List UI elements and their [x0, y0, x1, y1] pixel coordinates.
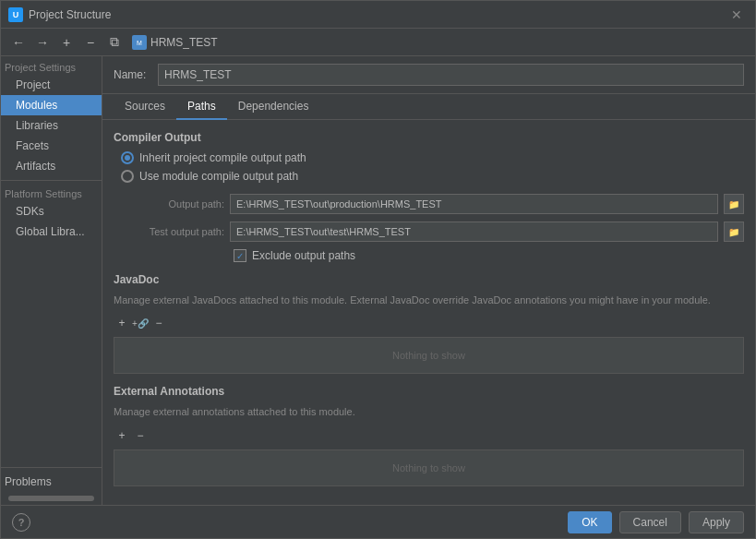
- footer-left: ?: [12, 513, 560, 532]
- tab-paths[interactable]: Paths: [176, 94, 227, 120]
- sidebar-scrollbar[interactable]: [8, 496, 94, 501]
- test-output-path-row: Test output path: 📁: [114, 222, 744, 242]
- ok-button[interactable]: OK: [568, 511, 611, 533]
- external-annotations-empty-panel: Nothing to show: [114, 449, 744, 486]
- apply-button[interactable]: Apply: [689, 511, 744, 533]
- sidebar-item-facets[interactable]: Facets: [1, 136, 102, 156]
- project-settings-section-label: Project Settings: [1, 58, 102, 75]
- app-icon: U: [8, 7, 23, 22]
- help-button[interactable]: ?: [12, 513, 30, 532]
- remove-button[interactable]: −: [80, 32, 101, 53]
- javadoc-title: JavaDoc: [114, 273, 744, 286]
- copy-button[interactable]: ⧉: [104, 32, 125, 53]
- sidebar-divider-2: [1, 467, 102, 468]
- javadoc-add-button[interactable]: +: [114, 315, 130, 331]
- javadoc-add-url-button[interactable]: +🔗: [132, 315, 149, 331]
- javadoc-remove-button[interactable]: −: [150, 315, 167, 331]
- ext-annotations-remove-button[interactable]: −: [132, 427, 149, 444]
- javadoc-empty-panel: Nothing to show: [114, 337, 744, 374]
- radio-inherit-circle[interactable]: [121, 151, 134, 164]
- toolbar: ← → + − ⧉ M HRMS_TEST: [1, 29, 755, 56]
- platform-settings-section-label: Platform Settings: [1, 185, 102, 201]
- footer: ? OK Cancel Apply: [1, 505, 755, 538]
- exclude-checkbox-row[interactable]: ✓ Exclude output paths: [234, 249, 744, 262]
- add-button[interactable]: +: [56, 32, 77, 53]
- title-bar-left: U Project Structure: [8, 7, 111, 22]
- project-structure-dialog: U Project Structure ✕ ← → + − ⧉ M HRMS_T…: [0, 0, 756, 539]
- javadoc-toolbar: + +🔗 −: [114, 315, 744, 331]
- output-path-row: Output path: 📁: [114, 194, 744, 214]
- close-button[interactable]: ✕: [726, 6, 748, 24]
- test-output-path-input[interactable]: [230, 222, 718, 242]
- folder-icon: 📁: [728, 199, 739, 210]
- title-bar: U Project Structure ✕: [1, 1, 755, 29]
- name-input[interactable]: [158, 64, 744, 86]
- external-annotations-title: External Annotations: [114, 385, 744, 398]
- radio-use-module-label: Use module compile output path: [139, 170, 298, 183]
- radio-use-module[interactable]: Use module compile output path: [121, 170, 744, 183]
- back-button[interactable]: ←: [8, 32, 29, 53]
- module-toolbar-label: HRMS_TEST: [150, 36, 218, 49]
- ext-annotations-add-button[interactable]: +: [114, 427, 130, 444]
- output-path-input[interactable]: [230, 194, 718, 214]
- svg-text:M: M: [137, 40, 142, 46]
- name-row: Name:: [102, 56, 755, 94]
- main-area: Project Settings Project Modules Librari…: [1, 56, 755, 505]
- compiler-output-radio-group: Inherit project compile output path Use …: [121, 151, 744, 183]
- tab-sources[interactable]: Sources: [114, 94, 176, 120]
- sidebar: Project Settings Project Modules Librari…: [1, 56, 102, 505]
- help-icon: ?: [18, 517, 25, 528]
- sidebar-item-sdks[interactable]: SDKs: [1, 201, 102, 222]
- sidebar-item-libraries[interactable]: Libraries: [1, 115, 102, 136]
- external-annotations-desc: Manage external annotations attached to …: [114, 405, 744, 419]
- module-icon: M: [132, 35, 147, 50]
- test-output-path-browse-button[interactable]: 📁: [724, 222, 744, 242]
- tab-content: Compiler Output Inherit project compile …: [102, 120, 755, 505]
- output-path-label: Output path:: [114, 198, 224, 210]
- test-output-path-label: Test output path:: [114, 226, 224, 237]
- svg-text:U: U: [13, 10, 19, 19]
- exclude-checkbox[interactable]: ✓: [234, 249, 246, 262]
- javadoc-desc: Manage external JavaDocs attached to thi…: [114, 293, 744, 307]
- folder-icon-2: 📁: [728, 227, 739, 237]
- sidebar-divider: [1, 180, 102, 181]
- radio-use-module-circle[interactable]: [121, 170, 134, 183]
- forward-button[interactable]: →: [32, 32, 53, 53]
- sidebar-item-project[interactable]: Project: [1, 75, 102, 95]
- output-path-browse-button[interactable]: 📁: [724, 194, 744, 214]
- sidebar-item-artifacts[interactable]: Artifacts: [1, 156, 102, 176]
- radio-inherit[interactable]: Inherit project compile output path: [121, 151, 744, 164]
- radio-inherit-label: Inherit project compile output path: [139, 151, 306, 164]
- sidebar-item-global-libraries[interactable]: Global Libra...: [1, 222, 102, 242]
- dialog-title: Project Structure: [29, 8, 111, 21]
- name-label: Name:: [114, 68, 150, 81]
- external-annotations-toolbar: + −: [114, 427, 744, 444]
- tab-dependencies[interactable]: Dependencies: [227, 94, 320, 120]
- cancel-button[interactable]: Cancel: [619, 511, 681, 533]
- tabs-row: Sources Paths Dependencies: [102, 94, 755, 120]
- module-toolbar-item: M HRMS_TEST: [132, 35, 218, 50]
- sidebar-item-modules[interactable]: Modules: [1, 95, 102, 115]
- sidebar-item-problems[interactable]: Problems: [1, 472, 102, 492]
- compiler-output-title: Compiler Output: [114, 131, 744, 144]
- exclude-checkbox-label: Exclude output paths: [252, 249, 355, 262]
- content-area: Name: Sources Paths Dependencies Compile…: [102, 56, 755, 505]
